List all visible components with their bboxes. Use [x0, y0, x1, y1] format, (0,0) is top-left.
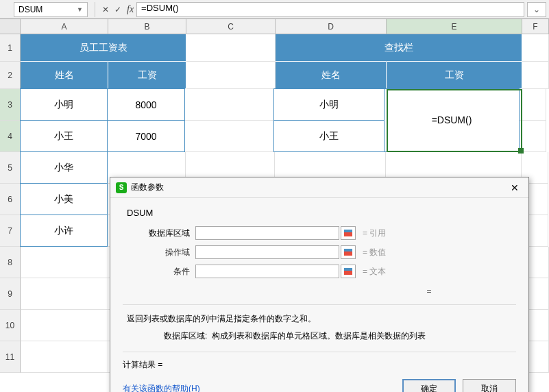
range-picker-icon: [344, 249, 352, 256]
row-header-9[interactable]: 9: [0, 278, 21, 310]
cell-F1[interactable]: [522, 34, 549, 62]
cell-A10[interactable]: [21, 310, 108, 341]
cell-E1[interactable]: 查找栏: [387, 34, 522, 62]
param-row-criteria: 条件 = 文本: [123, 263, 516, 280]
param-label: 操作域: [123, 247, 195, 258]
cell-C4[interactable]: [185, 121, 274, 152]
range-picker-icon: [344, 230, 352, 236]
fx-icon[interactable]: fx: [127, 4, 134, 15]
cell-B2[interactable]: 工资: [108, 62, 186, 89]
function-description: 返回列表或数据库的列中满足指定条件的数字之和。: [127, 313, 516, 325]
chevron-down-icon: ⌄: [533, 5, 540, 14]
help-link[interactable]: 有关该函数的帮助(H): [123, 383, 200, 393]
name-box-value: DSUM: [19, 5, 42, 14]
param-hint: = 数值: [363, 247, 386, 258]
cell-A11[interactable]: [21, 341, 108, 373]
param-label: 数据库区域: [123, 228, 195, 239]
cell-A6[interactable]: 小美: [20, 183, 108, 215]
row-header-3[interactable]: 3: [0, 89, 21, 121]
cell-C2[interactable]: [186, 62, 276, 89]
cell-C3[interactable]: [185, 89, 274, 121]
cell-A4[interactable]: 小王: [20, 120, 108, 152]
row-header-7[interactable]: 7: [0, 215, 21, 247]
col-header-E[interactable]: E: [387, 19, 522, 34]
dialog-titlebar[interactable]: S 函数参数 ✕: [110, 177, 528, 198]
cell-E2[interactable]: 工资: [387, 62, 522, 89]
param-row-database: 数据库区域 = 引用: [123, 225, 516, 241]
cell-F4[interactable]: [520, 121, 546, 152]
cell-A5[interactable]: 小华: [20, 151, 108, 184]
formula-bar: DSUM ▼ ✕ ✓ fx =DSUM() ⌄: [0, 0, 549, 19]
wps-logo-icon: S: [116, 182, 127, 193]
cell-D4[interactable]: 小王: [273, 120, 385, 152]
cell-B1[interactable]: 员工工资表: [108, 34, 186, 62]
expand-formula-button[interactable]: ⌄: [527, 2, 546, 17]
row-header-1[interactable]: 1: [0, 34, 21, 62]
confirm-formula-button[interactable]: ✓: [112, 5, 124, 14]
cell-F3[interactable]: [520, 89, 546, 121]
function-name: DSUM: [127, 208, 516, 218]
col-header-B[interactable]: B: [108, 19, 186, 34]
formula-input[interactable]: =DSUM(): [136, 2, 524, 17]
close-button[interactable]: ✕: [507, 181, 523, 195]
name-box[interactable]: DSUM ▼: [14, 2, 88, 17]
param-hint: = 引用: [363, 228, 386, 239]
row-headers: 1 2 3 4 5 6 7 8 9 10 11: [0, 34, 21, 373]
cell-F2[interactable]: [522, 62, 549, 89]
cell-B3[interactable]: 8000: [107, 88, 185, 121]
cell-B4[interactable]: 7000: [107, 120, 185, 152]
param-description: 数据库区域: 构成列表和数据库的单元格区域。数据库是相关数据的列表: [164, 330, 516, 342]
cell-A8[interactable]: [21, 247, 108, 278]
column-headers: A B C D E F: [0, 19, 549, 34]
name-box-dropdown-icon[interactable]: ▼: [77, 6, 83, 13]
calculation-result: 计算结果 =: [123, 352, 516, 371]
cell-A7[interactable]: 小许: [20, 215, 108, 247]
cancel-formula-button[interactable]: ✕: [99, 5, 112, 14]
function-arguments-dialog: S 函数参数 ✕ DSUM 数据库区域 = 引用 操作域 = 数值 条件 = 文…: [110, 177, 529, 392]
cell-D3[interactable]: 小明: [273, 88, 385, 121]
range-picker-icon: [344, 268, 352, 275]
col-header-F[interactable]: F: [522, 19, 549, 34]
cell-C1[interactable]: [186, 34, 276, 62]
range-picker-button[interactable]: [341, 226, 356, 240]
row-header-4[interactable]: 4: [0, 121, 21, 152]
result-preview-equals: =: [342, 286, 516, 296]
row-header-10[interactable]: 10: [0, 310, 21, 341]
row-header-6[interactable]: 6: [0, 184, 21, 215]
cell-E4[interactable]: =DSUM(): [384, 120, 520, 152]
row-header-2[interactable]: 2: [0, 62, 21, 89]
cell-A2[interactable]: 姓名: [21, 62, 108, 89]
col-header-A[interactable]: A: [21, 19, 108, 34]
row-header-8[interactable]: 8: [0, 247, 21, 278]
param-input-field[interactable]: [195, 245, 339, 259]
divider: [95, 2, 95, 17]
cell-D2[interactable]: 姓名: [276, 62, 387, 89]
param-input-criteria[interactable]: [195, 265, 339, 278]
col-header-C[interactable]: C: [186, 19, 276, 34]
select-all-corner[interactable]: [0, 19, 21, 34]
cell-A3[interactable]: 小明: [20, 88, 108, 121]
param-label: 条件: [123, 266, 195, 278]
param-hint: = 文本: [363, 266, 386, 278]
dialog-title: 函数参数: [131, 182, 164, 193]
cancel-button[interactable]: 取消: [463, 379, 516, 392]
col-header-D[interactable]: D: [276, 19, 387, 34]
row-header-5[interactable]: 5: [0, 152, 21, 184]
range-picker-button[interactable]: [341, 265, 356, 278]
param-input-database[interactable]: [195, 226, 339, 240]
row-header-11[interactable]: 11: [0, 341, 21, 373]
ok-button[interactable]: 确定: [402, 379, 456, 392]
param-row-field: 操作域 = 数值: [123, 244, 516, 260]
cell-A9[interactable]: [21, 278, 108, 310]
range-picker-button[interactable]: [341, 245, 356, 259]
